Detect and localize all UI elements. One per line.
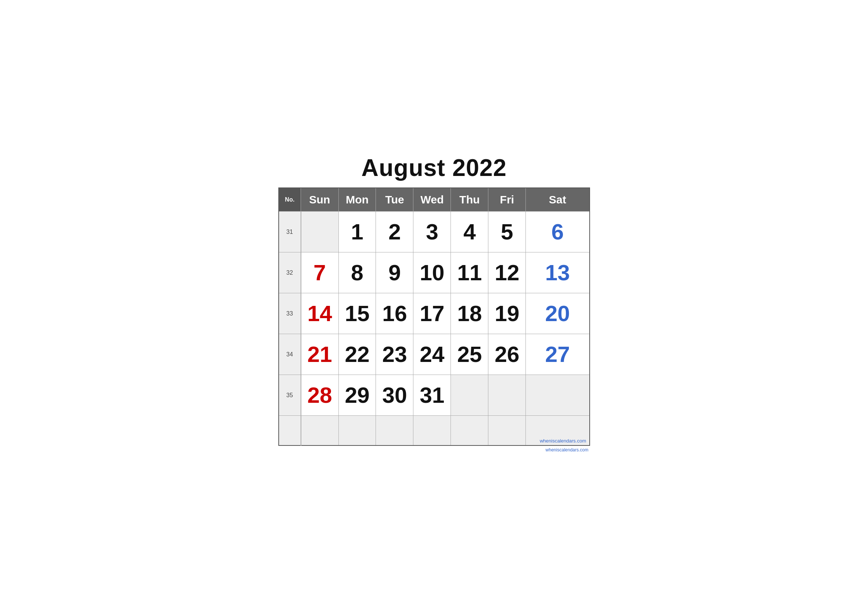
week-no-2: 32 bbox=[279, 253, 301, 293]
week-no-3: 33 bbox=[279, 293, 301, 334]
day-cell-3-2: 15 bbox=[338, 293, 376, 334]
calendar-container: August 2022 No. Sun Mon Tue Wed Thu Fri … bbox=[267, 147, 601, 467]
day-cell-5-5 bbox=[451, 375, 488, 416]
extra-cell-3 bbox=[376, 416, 414, 445]
extra-cell-2 bbox=[338, 416, 376, 445]
no-header: No. bbox=[279, 188, 301, 212]
week-no-5: 35 bbox=[279, 375, 301, 416]
day-cell-5-2: 29 bbox=[338, 375, 376, 416]
day-cell-1-1 bbox=[301, 212, 339, 253]
header-sun: Sun bbox=[301, 188, 339, 212]
header-mon: Mon bbox=[338, 188, 376, 212]
day-cell-5-3: 30 bbox=[376, 375, 414, 416]
extra-week-no bbox=[279, 416, 301, 445]
day-cell-5-6 bbox=[488, 375, 526, 416]
day-cell-1-3: 2 bbox=[376, 212, 414, 253]
day-cell-1-2: 1 bbox=[338, 212, 376, 253]
day-cell-1-7: 6 bbox=[526, 212, 590, 253]
header-thu: Thu bbox=[451, 188, 488, 212]
day-cell-5-7 bbox=[526, 375, 590, 416]
day-cell-2-2: 8 bbox=[338, 253, 376, 293]
day-cell-4-5: 25 bbox=[451, 334, 488, 375]
day-cell-1-4: 3 bbox=[414, 212, 451, 253]
watermark: wheniscalendars.com bbox=[278, 447, 590, 453]
calendar-table: No. Sun Mon Tue Wed Thu Fri Sat 31123456… bbox=[278, 188, 590, 446]
extra-row: wheniscalendars.com bbox=[279, 416, 590, 445]
day-cell-4-6: 26 bbox=[488, 334, 526, 375]
header-wed: Wed bbox=[414, 188, 451, 212]
day-cell-3-3: 16 bbox=[376, 293, 414, 334]
week-row-4: 3421222324252627 bbox=[279, 334, 590, 375]
day-cell-4-2: 22 bbox=[338, 334, 376, 375]
day-cell-4-7: 27 bbox=[526, 334, 590, 375]
extra-cell-6 bbox=[488, 416, 526, 445]
week-no-1: 31 bbox=[279, 212, 301, 253]
day-cell-2-4: 10 bbox=[414, 253, 451, 293]
day-cell-5-4: 31 bbox=[414, 375, 451, 416]
day-cell-2-3: 9 bbox=[376, 253, 414, 293]
day-cell-4-3: 23 bbox=[376, 334, 414, 375]
day-cell-2-7: 13 bbox=[526, 253, 590, 293]
week-row-3: 3314151617181920 bbox=[279, 293, 590, 334]
header-tue: Tue bbox=[376, 188, 414, 212]
day-cell-1-5: 4 bbox=[451, 212, 488, 253]
extra-cell-4 bbox=[414, 416, 451, 445]
day-cell-3-6: 19 bbox=[488, 293, 526, 334]
day-cell-3-4: 17 bbox=[414, 293, 451, 334]
day-cell-2-1: 7 bbox=[301, 253, 339, 293]
calendar-title: August 2022 bbox=[278, 154, 590, 181]
week-row-1: 31123456 bbox=[279, 212, 590, 253]
day-cell-3-7: 20 bbox=[526, 293, 590, 334]
day-cell-3-1: 14 bbox=[301, 293, 339, 334]
day-cell-4-1: 21 bbox=[301, 334, 339, 375]
week-row-2: 3278910111213 bbox=[279, 253, 590, 293]
day-cell-2-6: 12 bbox=[488, 253, 526, 293]
extra-cell-1 bbox=[301, 416, 339, 445]
header-fri: Fri bbox=[488, 188, 526, 212]
day-cell-1-6: 5 bbox=[488, 212, 526, 253]
header-row: No. Sun Mon Tue Wed Thu Fri Sat bbox=[279, 188, 590, 212]
day-cell-3-5: 18 bbox=[451, 293, 488, 334]
watermark-cell: wheniscalendars.com bbox=[526, 416, 590, 445]
week-row-5: 3528293031 bbox=[279, 375, 590, 416]
watermark-table-link[interactable]: wheniscalendars.com bbox=[539, 438, 586, 443]
day-cell-2-5: 11 bbox=[451, 253, 488, 293]
day-cell-5-1: 28 bbox=[301, 375, 339, 416]
extra-cell-5 bbox=[451, 416, 488, 445]
watermark-link[interactable]: wheniscalendars.com bbox=[546, 447, 588, 453]
header-sat: Sat bbox=[526, 188, 590, 212]
day-cell-4-4: 24 bbox=[414, 334, 451, 375]
week-no-4: 34 bbox=[279, 334, 301, 375]
